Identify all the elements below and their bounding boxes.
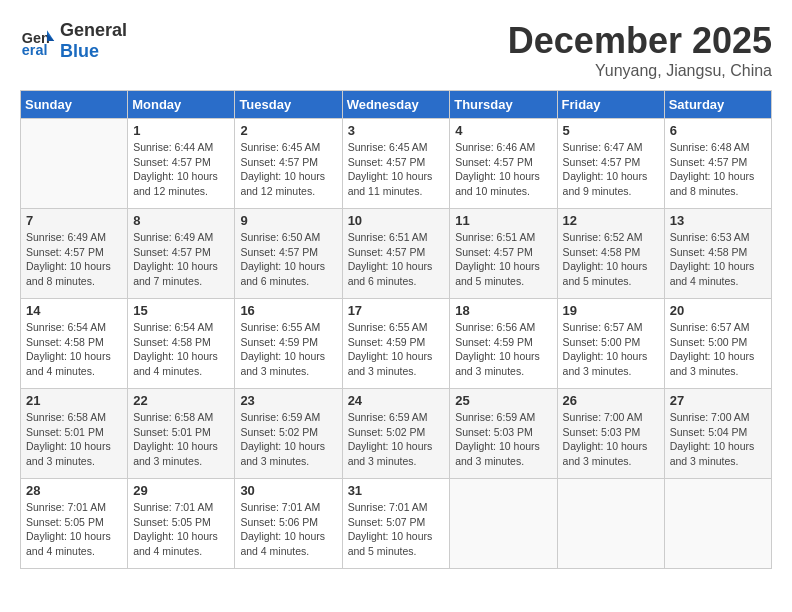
logo: Gen eral General Blue <box>20 20 127 62</box>
day-detail: Sunrise: 7:00 AMSunset: 5:03 PMDaylight:… <box>563 410 659 469</box>
day-number: 27 <box>670 393 766 408</box>
day-detail: Sunrise: 6:51 AMSunset: 4:57 PMDaylight:… <box>455 230 551 289</box>
day-number: 13 <box>670 213 766 228</box>
calendar-cell: 10Sunrise: 6:51 AMSunset: 4:57 PMDayligh… <box>342 209 450 299</box>
day-detail: Sunrise: 6:54 AMSunset: 4:58 PMDaylight:… <box>133 320 229 379</box>
day-detail: Sunrise: 7:01 AMSunset: 5:05 PMDaylight:… <box>26 500 122 559</box>
day-header-friday: Friday <box>557 91 664 119</box>
calendar-header-row: SundayMondayTuesdayWednesdayThursdayFrid… <box>21 91 772 119</box>
calendar-week-row: 14Sunrise: 6:54 AMSunset: 4:58 PMDayligh… <box>21 299 772 389</box>
day-detail: Sunrise: 6:59 AMSunset: 5:02 PMDaylight:… <box>348 410 445 469</box>
calendar-cell: 13Sunrise: 6:53 AMSunset: 4:58 PMDayligh… <box>664 209 771 299</box>
day-detail: Sunrise: 6:52 AMSunset: 4:58 PMDaylight:… <box>563 230 659 289</box>
calendar-cell: 27Sunrise: 7:00 AMSunset: 5:04 PMDayligh… <box>664 389 771 479</box>
day-detail: Sunrise: 6:51 AMSunset: 4:57 PMDaylight:… <box>348 230 445 289</box>
calendar-cell: 7Sunrise: 6:49 AMSunset: 4:57 PMDaylight… <box>21 209 128 299</box>
day-number: 1 <box>133 123 229 138</box>
calendar-cell: 8Sunrise: 6:49 AMSunset: 4:57 PMDaylight… <box>128 209 235 299</box>
day-number: 11 <box>455 213 551 228</box>
calendar-cell: 9Sunrise: 6:50 AMSunset: 4:57 PMDaylight… <box>235 209 342 299</box>
day-header-sunday: Sunday <box>21 91 128 119</box>
day-number: 14 <box>26 303 122 318</box>
day-number: 17 <box>348 303 445 318</box>
day-number: 18 <box>455 303 551 318</box>
day-number: 19 <box>563 303 659 318</box>
page-header: Gen eral General Blue December 2025 Yuny… <box>20 20 772 80</box>
day-number: 2 <box>240 123 336 138</box>
calendar-cell: 24Sunrise: 6:59 AMSunset: 5:02 PMDayligh… <box>342 389 450 479</box>
calendar-cell: 21Sunrise: 6:58 AMSunset: 5:01 PMDayligh… <box>21 389 128 479</box>
day-detail: Sunrise: 6:47 AMSunset: 4:57 PMDaylight:… <box>563 140 659 199</box>
day-detail: Sunrise: 6:45 AMSunset: 4:57 PMDaylight:… <box>240 140 336 199</box>
day-number: 4 <box>455 123 551 138</box>
day-detail: Sunrise: 6:59 AMSunset: 5:02 PMDaylight:… <box>240 410 336 469</box>
day-detail: Sunrise: 6:46 AMSunset: 4:57 PMDaylight:… <box>455 140 551 199</box>
calendar-cell: 25Sunrise: 6:59 AMSunset: 5:03 PMDayligh… <box>450 389 557 479</box>
calendar-cell: 3Sunrise: 6:45 AMSunset: 4:57 PMDaylight… <box>342 119 450 209</box>
calendar-cell: 22Sunrise: 6:58 AMSunset: 5:01 PMDayligh… <box>128 389 235 479</box>
day-number: 6 <box>670 123 766 138</box>
day-number: 8 <box>133 213 229 228</box>
logo-blue: Blue <box>60 41 99 61</box>
calendar-cell: 29Sunrise: 7:01 AMSunset: 5:05 PMDayligh… <box>128 479 235 569</box>
calendar-cell: 26Sunrise: 7:00 AMSunset: 5:03 PMDayligh… <box>557 389 664 479</box>
calendar-table: SundayMondayTuesdayWednesdayThursdayFrid… <box>20 90 772 569</box>
day-number: 16 <box>240 303 336 318</box>
day-detail: Sunrise: 6:57 AMSunset: 5:00 PMDaylight:… <box>563 320 659 379</box>
day-detail: Sunrise: 6:44 AMSunset: 4:57 PMDaylight:… <box>133 140 229 199</box>
day-header-saturday: Saturday <box>664 91 771 119</box>
day-detail: Sunrise: 7:01 AMSunset: 5:07 PMDaylight:… <box>348 500 445 559</box>
day-number: 21 <box>26 393 122 408</box>
calendar-cell <box>450 479 557 569</box>
calendar-week-row: 7Sunrise: 6:49 AMSunset: 4:57 PMDaylight… <box>21 209 772 299</box>
day-header-thursday: Thursday <box>450 91 557 119</box>
day-detail: Sunrise: 6:45 AMSunset: 4:57 PMDaylight:… <box>348 140 445 199</box>
day-number: 29 <box>133 483 229 498</box>
calendar-week-row: 1Sunrise: 6:44 AMSunset: 4:57 PMDaylight… <box>21 119 772 209</box>
calendar-cell <box>557 479 664 569</box>
day-detail: Sunrise: 7:01 AMSunset: 5:06 PMDaylight:… <box>240 500 336 559</box>
day-detail: Sunrise: 6:49 AMSunset: 4:57 PMDaylight:… <box>133 230 229 289</box>
calendar-cell: 18Sunrise: 6:56 AMSunset: 4:59 PMDayligh… <box>450 299 557 389</box>
day-number: 15 <box>133 303 229 318</box>
day-number: 9 <box>240 213 336 228</box>
calendar-cell: 30Sunrise: 7:01 AMSunset: 5:06 PMDayligh… <box>235 479 342 569</box>
day-header-tuesday: Tuesday <box>235 91 342 119</box>
svg-text:eral: eral <box>22 42 48 58</box>
logo-general: General <box>60 20 127 40</box>
calendar-cell: 31Sunrise: 7:01 AMSunset: 5:07 PMDayligh… <box>342 479 450 569</box>
day-detail: Sunrise: 6:56 AMSunset: 4:59 PMDaylight:… <box>455 320 551 379</box>
calendar-cell: 19Sunrise: 6:57 AMSunset: 5:00 PMDayligh… <box>557 299 664 389</box>
day-number: 3 <box>348 123 445 138</box>
day-number: 20 <box>670 303 766 318</box>
calendar-cell: 16Sunrise: 6:55 AMSunset: 4:59 PMDayligh… <box>235 299 342 389</box>
calendar-cell: 2Sunrise: 6:45 AMSunset: 4:57 PMDaylight… <box>235 119 342 209</box>
calendar-cell <box>664 479 771 569</box>
calendar-cell <box>21 119 128 209</box>
day-detail: Sunrise: 6:55 AMSunset: 4:59 PMDaylight:… <box>240 320 336 379</box>
day-detail: Sunrise: 6:55 AMSunset: 4:59 PMDaylight:… <box>348 320 445 379</box>
day-detail: Sunrise: 6:57 AMSunset: 5:00 PMDaylight:… <box>670 320 766 379</box>
calendar-cell: 1Sunrise: 6:44 AMSunset: 4:57 PMDaylight… <box>128 119 235 209</box>
day-detail: Sunrise: 6:58 AMSunset: 5:01 PMDaylight:… <box>26 410 122 469</box>
day-detail: Sunrise: 7:01 AMSunset: 5:05 PMDaylight:… <box>133 500 229 559</box>
calendar-week-row: 28Sunrise: 7:01 AMSunset: 5:05 PMDayligh… <box>21 479 772 569</box>
day-header-monday: Monday <box>128 91 235 119</box>
day-detail: Sunrise: 6:49 AMSunset: 4:57 PMDaylight:… <box>26 230 122 289</box>
calendar-week-row: 21Sunrise: 6:58 AMSunset: 5:01 PMDayligh… <box>21 389 772 479</box>
calendar-cell: 12Sunrise: 6:52 AMSunset: 4:58 PMDayligh… <box>557 209 664 299</box>
day-detail: Sunrise: 7:00 AMSunset: 5:04 PMDaylight:… <box>670 410 766 469</box>
calendar-cell: 6Sunrise: 6:48 AMSunset: 4:57 PMDaylight… <box>664 119 771 209</box>
day-detail: Sunrise: 6:54 AMSunset: 4:58 PMDaylight:… <box>26 320 122 379</box>
day-detail: Sunrise: 6:58 AMSunset: 5:01 PMDaylight:… <box>133 410 229 469</box>
day-detail: Sunrise: 6:50 AMSunset: 4:57 PMDaylight:… <box>240 230 336 289</box>
day-number: 24 <box>348 393 445 408</box>
day-number: 31 <box>348 483 445 498</box>
calendar-cell: 28Sunrise: 7:01 AMSunset: 5:05 PMDayligh… <box>21 479 128 569</box>
day-number: 22 <box>133 393 229 408</box>
day-number: 26 <box>563 393 659 408</box>
title-block: December 2025 Yunyang, Jiangsu, China <box>508 20 772 80</box>
day-number: 25 <box>455 393 551 408</box>
day-number: 23 <box>240 393 336 408</box>
day-number: 10 <box>348 213 445 228</box>
